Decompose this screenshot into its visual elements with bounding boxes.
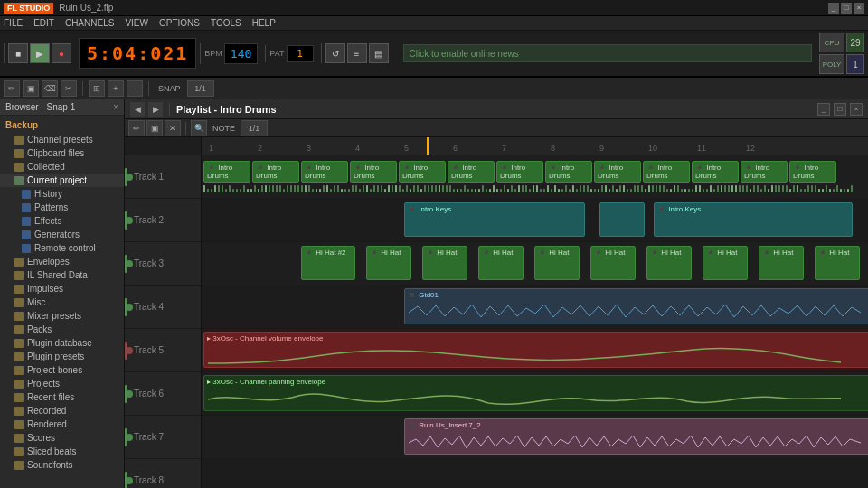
pattern-block-track4-audio[interactable]: ◾ Gtd01 [404,288,868,324]
pattern-block-track3-2[interactable]: ◾ Hi Hat [366,246,411,280]
track-label-2[interactable]: Track 2 [125,199,201,242]
pattern-section: PAT 1 [265,45,316,62]
loop-button[interactable]: ↺ [326,43,345,63]
track6-curve [208,389,841,411]
snap-value[interactable]: 1/1 [187,80,214,97]
pl-erase-tool[interactable]: ✕ [165,120,181,136]
play-button[interactable]: ▶ [30,43,50,63]
record-button[interactable]: ● [52,43,71,63]
sidebar-item-clipboard-files[interactable]: Clipboard files [0,146,124,160]
sidebar-item-il-shared-data[interactable]: IL Shared Data [0,268,124,282]
sidebar-item-soundfonts[interactable]: Soundfonts [0,458,124,472]
sidebar-item-sliced-beats[interactable]: Sliced beats [0,445,124,458]
menu-channels[interactable]: CHANNELS [65,18,114,28]
sidebar-item-generators[interactable]: Generators [0,228,124,241]
track1-steps [202,179,868,192]
sidebar-item-effects[interactable]: Effects [0,214,124,228]
track-label-1[interactable]: Track 1 [125,155,201,199]
sidebar-item-channel-presets[interactable]: Channel presets [0,133,124,146]
pl-draw-tool[interactable]: ✏ [128,120,145,136]
pattern-block-track6-automation[interactable]: ▸ 3xOsc - Channel panning envelope [203,375,868,411]
sidebar-item-packs[interactable]: Packs [0,323,124,336]
svg-rect-84 [507,189,509,192]
pattern-block-track3-5[interactable]: ◾ Hi Hat [534,246,580,280]
svg-rect-103 [576,189,578,192]
sidebar-item-recent-files[interactable]: Recent files [0,390,124,404]
maximize-button[interactable]: □ [841,3,852,14]
sidebar-item-envelopes[interactable]: Envelopes [0,255,124,268]
pattern-block-track2-3[interactable]: ◾ Intro Keys [654,202,853,237]
stop-button[interactable]: ■ [8,43,28,63]
playlist-button[interactable]: ≡ [347,43,367,63]
sidebar-item-patterns[interactable]: Patterns [0,201,124,214]
playlist-maximize[interactable]: □ [834,103,846,116]
minimize-button[interactable]: _ [828,3,839,14]
zoom-in[interactable]: + [108,80,124,97]
menu-view[interactable]: VIEW [125,18,148,28]
playlist-forward[interactable]: ▶ [148,102,163,117]
draw-tool[interactable]: ✏ [4,80,20,97]
sidebar-close[interactable]: × [113,102,118,112]
sidebar-item-current-project[interactable]: Current project [0,174,124,187]
ruler-3: 3 [307,144,311,153]
playlist-back[interactable]: ◀ [130,102,145,117]
sidebar-item-project-bones[interactable]: Project bones [0,363,124,377]
sidebar-item-rendered[interactable]: Rendered [0,418,124,431]
sidebar-item-scores[interactable]: Scores [0,431,124,445]
svg-rect-110 [601,185,603,192]
select-tool[interactable]: ▣ [23,80,39,97]
sidebar-item-recorded[interactable]: Recorded [0,404,124,418]
track-label-6[interactable]: Track 6 [125,372,201,416]
svg-rect-166 [804,189,806,192]
svg-rect-105 [583,185,585,192]
pl-select-tool[interactable]: ▣ [146,120,163,136]
pattern-block-track3-10[interactable]: ◾ Hi Hat [815,246,860,280]
pattern-block-track3-1[interactable]: ◾ Hi Hat #2 [301,246,355,280]
pattern-block-track5-automation[interactable]: ▸ 3xOsc - Channel volume envelope [203,332,868,368]
svg-rect-125 [656,185,657,192]
pattern-block-track3-8[interactable]: ◾ Hi Hat [703,246,748,280]
sidebar-item-mixer-presets[interactable]: Mixer presets [0,309,124,323]
sidebar-item-history[interactable]: History [0,187,124,201]
pattern-block-track3-6[interactable]: ◾ Hi Hat [590,246,636,280]
pattern-block-track3-7[interactable]: ◾ Hi Hat [646,246,692,280]
close-button[interactable]: × [854,3,864,14]
pattern-block-track3-3[interactable]: ◾ Hi Hat [422,246,467,280]
sidebar-item-plugin-database[interactable]: Plugin database [0,336,124,350]
track-label-4[interactable]: Track 4 [125,286,201,329]
track-area[interactable]: 1 2 3 4 5 6 7 8 9 10 11 12 [202,137,868,488]
track-label-7[interactable]: Track 7 [125,416,201,459]
pl-zoom-in[interactable]: 🔍 [191,120,207,136]
snap-button[interactable]: ⊞ [89,80,105,97]
mixer-button[interactable]: ▤ [369,43,389,63]
sidebar-item-remote-control[interactable]: Remote control [0,241,124,255]
pl-snap-value[interactable]: 1/1 [241,120,268,136]
pattern-block-track3-9[interactable]: ◾ Hi Hat [759,246,804,280]
menu-tools[interactable]: TOOLS [211,18,241,28]
sidebar-item-plugin-presets[interactable]: Plugin presets [0,350,124,363]
track-label-5[interactable]: Track 5 [125,329,201,372]
pattern-block-track3-4[interactable]: ◾ Hi Hat [478,246,524,280]
menu-help[interactable]: HELP [252,18,276,28]
playlist-close[interactable]: × [850,103,863,116]
sidebar-item-misc[interactable]: Misc [0,296,124,309]
track-label-8[interactable]: Track 8 [125,459,201,488]
svg-rect-108 [594,189,596,192]
slice-tool[interactable]: ✂ [61,80,77,97]
playlist-minimize[interactable]: _ [817,103,830,116]
sidebar-item-projects[interactable]: Projects [0,377,124,390]
menu-file[interactable]: FILE [4,18,23,28]
pattern-block-track2-2[interactable] [599,202,645,237]
pattern-block-track2-1[interactable]: ◾ Intro Keys [404,202,585,237]
sidebar-group-backup[interactable]: Backup [0,117,124,133]
pattern-block-track7-audio[interactable]: ◾ Ruin Us_Insert 7_2 [404,418,868,455]
track-label-3[interactable]: Track 3 [125,242,201,286]
zoom-out[interactable]: - [127,80,143,97]
erase-tool[interactable]: ⌫ [42,80,58,97]
menu-edit[interactable]: EDIT [33,18,54,28]
menu-options[interactable]: OPTIONS [159,18,200,28]
sidebar-item-impulses[interactable]: Impulses [0,282,124,296]
sidebar-item-collected[interactable]: Collected [0,160,124,174]
tempo-display[interactable]: 140 [224,43,258,64]
news-bar[interactable]: Click to enable online news [403,44,813,62]
